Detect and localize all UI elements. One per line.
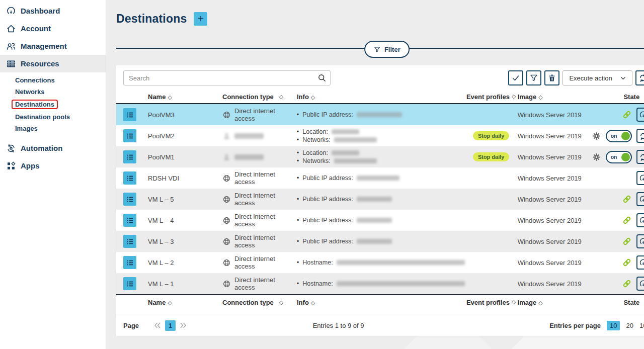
redacted-value — [332, 150, 359, 155]
row-name: VM L – 2 — [148, 259, 222, 267]
filter-columns-button[interactable] — [526, 70, 541, 85]
search-icon[interactable] — [317, 73, 327, 82]
sidebar-item-account[interactable]: Account — [0, 20, 106, 37]
connect-button[interactable] — [636, 234, 644, 248]
servers-icon — [6, 59, 16, 69]
row-menu-button[interactable] — [123, 171, 136, 185]
select-all-button[interactable] — [508, 70, 523, 85]
table-row[interactable]: RDSH VDI Direct internet access Public I… — [116, 167, 644, 189]
search-input[interactable] — [123, 70, 331, 85]
toggle-knob — [621, 153, 630, 161]
link-icon[interactable] — [622, 257, 632, 268]
connect-button[interactable] — [636, 213, 644, 227]
row-menu-button[interactable] — [123, 235, 136, 248]
sidebar-item-label: Resources — [21, 59, 59, 68]
connect-button[interactable] — [636, 171, 644, 185]
row-menu-button[interactable] — [123, 214, 136, 227]
sidebar-item-apps[interactable]: Apps — [0, 157, 106, 175]
toggle-label: on — [611, 133, 617, 139]
list-icon — [126, 280, 134, 288]
link-icon[interactable] — [622, 279, 632, 289]
column-header-name[interactable]: Name◇ — [148, 93, 222, 101]
table-row[interactable]: PoolVM1 Location: Networks: Stop daily W… — [116, 146, 644, 167]
column-header-info[interactable]: Info◇ — [297, 93, 465, 101]
gear-icon[interactable] — [592, 152, 601, 162]
sidebar-item-destination-pools[interactable]: Destination pools — [15, 111, 106, 123]
row-menu-button[interactable] — [123, 256, 136, 269]
connect-button[interactable] — [636, 192, 644, 206]
table-row[interactable]: VM L – 4 Direct internet access Public I… — [116, 210, 644, 231]
filter-button[interactable]: Filter — [364, 41, 410, 58]
refresh-table-button[interactable] — [635, 70, 644, 85]
link-icon[interactable] — [622, 236, 632, 246]
restart-button[interactable] — [636, 150, 644, 164]
sync-icon — [639, 153, 644, 161]
table-row[interactable]: VM L – 3 Direct internet access Public I… — [116, 231, 644, 252]
sort-icon: ◇ — [279, 94, 283, 100]
sidebar-item-resources[interactable]: Resources — [0, 55, 106, 72]
row-menu-button[interactable] — [123, 129, 136, 142]
page-size-option-100[interactable]: 100 — [639, 322, 644, 329]
page-size-option-10[interactable]: 10 — [607, 321, 620, 330]
power-toggle[interactable]: on — [606, 130, 632, 142]
add-destination-button[interactable]: + — [194, 12, 207, 26]
redacted-value — [357, 239, 392, 244]
sidebar-item-management[interactable]: Management — [0, 37, 106, 55]
link-icon[interactable] — [622, 194, 632, 204]
table-row[interactable]: PoolVM3 Direct internet access Public IP… — [116, 104, 644, 125]
column-header-image[interactable]: Image◇ — [518, 93, 591, 101]
connect-button[interactable] — [636, 108, 644, 122]
power-toggle[interactable]: on — [606, 151, 632, 163]
connect-button[interactable] — [636, 255, 644, 270]
column-header-connection-type[interactable]: Connection type◇ — [222, 299, 297, 306]
event-profile-badge: Stop daily — [473, 131, 510, 140]
row-menu-button[interactable] — [123, 150, 136, 163]
row-menu-button[interactable] — [123, 193, 136, 206]
column-header-state[interactable]: State◇ — [591, 93, 644, 101]
delete-button[interactable] — [544, 70, 559, 85]
column-header-state[interactable]: State◇ — [591, 299, 644, 306]
column-header-event-profiles[interactable]: Event profiles◇ — [465, 299, 518, 306]
connection-type: Direct internet access — [234, 170, 297, 186]
info-label: Location: — [302, 149, 328, 157]
column-header-event-profiles[interactable]: Event profiles◇ — [465, 93, 518, 101]
sidebar-item-automation[interactable]: Automation — [0, 139, 106, 157]
link-icon[interactable] — [622, 215, 632, 225]
column-header-connection-type[interactable]: Connection type◇ — [222, 93, 297, 101]
column-header-name[interactable]: Name◇ — [148, 299, 222, 306]
page-size-option-20[interactable]: 20 — [626, 322, 633, 329]
redacted-value — [337, 281, 465, 286]
entries-per-page-label: Entries per page — [549, 322, 601, 329]
link-icon[interactable] — [622, 110, 632, 120]
sort-icon: ◇ — [538, 300, 542, 306]
chevron-down-icon — [619, 74, 627, 82]
column-header-info[interactable]: Info◇ — [297, 299, 465, 306]
connection-type: Direct internet access — [234, 192, 297, 207]
main-content: Destinations + Filter — [106, 0, 644, 349]
restart-button[interactable] — [636, 129, 644, 143]
table-row[interactable]: VM L – 5 Direct internet access Public I… — [116, 189, 644, 210]
row-menu-button[interactable] — [123, 108, 136, 121]
connect-button[interactable] — [636, 277, 644, 291]
column-header-image[interactable]: Image◇ — [518, 299, 591, 306]
gear-icon[interactable] — [592, 131, 601, 141]
sidebar-item-destinations[interactable]: Destinations — [15, 98, 106, 111]
connection-type: Direct internet access — [234, 276, 297, 291]
globe-icon — [222, 195, 231, 204]
sidebar-item-networks[interactable]: Networks — [15, 86, 106, 98]
table-row[interactable]: PoolVM2 Location: Networks: Stop daily W… — [116, 125, 644, 146]
info-label: Public IP address: — [302, 237, 353, 245]
row-menu-button[interactable] — [123, 277, 136, 290]
sidebar-item-connections[interactable]: Connections — [15, 74, 106, 86]
gauge-icon — [639, 258, 644, 267]
sidebar: Dashboard Account Management Resources C… — [0, 0, 106, 349]
sidebar-item-dashboard[interactable]: Dashboard — [0, 2, 106, 20]
automation-icon — [6, 143, 16, 153]
info-label: Public IP address: — [302, 195, 353, 203]
sidebar-item-images[interactable]: Images — [15, 123, 106, 134]
execute-action-dropdown[interactable]: Execute action — [562, 70, 632, 85]
row-name: VM L – 4 — [148, 217, 222, 224]
table-row[interactable]: VM L – 2 Direct internet access Hostname… — [116, 252, 644, 273]
table-row[interactable]: VM L – 1 Direct internet access Hostname… — [116, 273, 644, 294]
sort-icon: ◇ — [168, 300, 172, 306]
